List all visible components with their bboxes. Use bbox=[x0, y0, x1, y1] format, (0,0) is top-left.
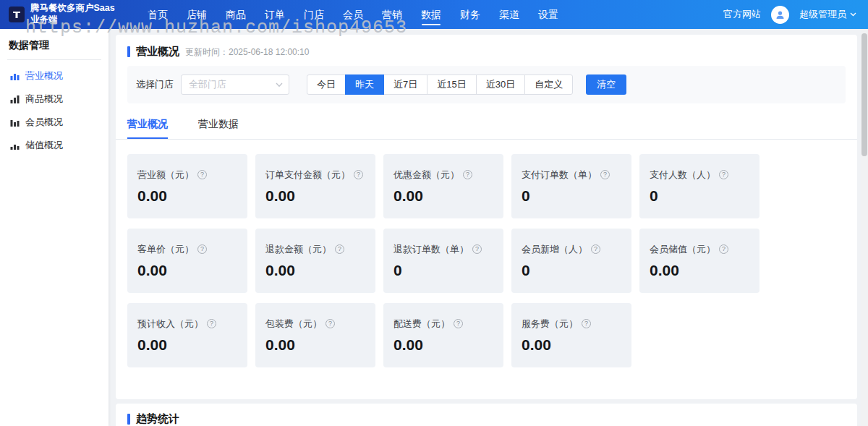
nav-item-finance[interactable]: 财务 bbox=[456, 0, 485, 29]
trend-stats-panel: 趋势统计 bbox=[116, 404, 857, 426]
stat-card-paying-customers: 支付人数（人）? 0 bbox=[639, 154, 760, 218]
section-accent-bar bbox=[127, 414, 130, 425]
date-btn-15days[interactable]: 近15日 bbox=[427, 74, 476, 95]
user-menu[interactable]: 超级管理员 bbox=[799, 8, 856, 21]
nav-item-channels[interactable]: 渠道 bbox=[495, 0, 524, 29]
date-btn-custom[interactable]: 自定义 bbox=[524, 74, 573, 95]
store-select[interactable]: 全部门店 bbox=[181, 74, 289, 95]
stat-value: 0.00 bbox=[137, 187, 237, 205]
stat-card-avg-order-value: 客单价（元）? 0.00 bbox=[127, 229, 247, 293]
update-time: 更新时间：2025-06-18 12:00:10 bbox=[185, 46, 309, 59]
app-title: 腾马餐饮多商户Saas业务端 bbox=[30, 3, 123, 25]
nav-item-goods[interactable]: 商品 bbox=[221, 0, 250, 29]
nav-item-home[interactable]: 首页 bbox=[143, 0, 172, 29]
help-icon[interactable]: ? bbox=[463, 170, 472, 179]
stat-value: 0.00 bbox=[265, 262, 365, 279]
help-icon[interactable]: ? bbox=[335, 244, 344, 254]
user-avatar[interactable] bbox=[771, 6, 789, 24]
help-icon[interactable]: ? bbox=[326, 319, 335, 328]
date-btn-30days[interactable]: 近30日 bbox=[476, 74, 525, 95]
stat-card-revenue: 营业额（元）? 0.00 bbox=[127, 154, 247, 218]
help-icon[interactable]: ? bbox=[197, 244, 207, 254]
overview-tabs: 营业概况 营业数据 bbox=[116, 118, 857, 140]
section-header: 营业概况 更新时间：2025-06-18 12:00:10 bbox=[116, 35, 857, 59]
sidebar: 数据管理 营业概况 商品概况 会员概况 储值概况 bbox=[0, 29, 109, 426]
help-icon[interactable]: ? bbox=[591, 244, 600, 254]
help-icon[interactable]: ? bbox=[600, 170, 610, 179]
nav-item-orders[interactable]: 订单 bbox=[260, 0, 289, 29]
stat-card-member-stored-value: 会员储值（元）? 0.00 bbox=[639, 229, 760, 293]
help-icon[interactable]: ? bbox=[354, 170, 363, 179]
nav-item-shop[interactable]: 店铺 bbox=[182, 0, 211, 29]
stat-value: 0.00 bbox=[650, 262, 749, 279]
stat-value: 0.00 bbox=[137, 262, 237, 279]
sidebar-item-storedvalue-overview[interactable]: 储值概况 bbox=[0, 134, 109, 157]
stats-grid: 营业额（元）? 0.00 订单支付金额（元）? 0.00 优惠金额（元）? 0.… bbox=[127, 154, 846, 367]
store-select-label: 选择门店 bbox=[136, 78, 174, 91]
stat-card-expected-income: 预计收入（元）? 0.00 bbox=[127, 303, 247, 367]
stat-card-paid-orders: 支付订单数（单）? 0 bbox=[511, 154, 631, 218]
nav-item-data[interactable]: 数据 bbox=[417, 0, 446, 29]
sidebar-item-goods-overview[interactable]: 商品概况 bbox=[0, 88, 109, 111]
sidebar-item-member-overview[interactable]: 会员概况 bbox=[0, 111, 109, 134]
date-btn-yesterday[interactable]: 昨天 bbox=[345, 74, 384, 95]
stat-value: 0.00 bbox=[265, 187, 365, 205]
stat-card-order-paid-amount: 订单支付金额（元）? 0.00 bbox=[255, 154, 375, 218]
sidebar-title: 数据管理 bbox=[0, 29, 109, 59]
date-range-group: 今日 昨天 近7日 近15日 近30日 自定义 bbox=[307, 74, 573, 95]
stat-value: 0.00 bbox=[265, 336, 365, 354]
help-icon[interactable]: ? bbox=[472, 244, 482, 254]
clear-button[interactable]: 清空 bbox=[586, 74, 626, 95]
stat-value: 0.00 bbox=[522, 336, 621, 354]
chevron-down-icon bbox=[850, 12, 856, 17]
help-icon[interactable]: ? bbox=[719, 244, 728, 254]
user-icon bbox=[775, 9, 786, 20]
trend-section-header: 趋势统计 bbox=[116, 404, 857, 426]
stat-value: 0 bbox=[650, 187, 749, 205]
help-icon[interactable]: ? bbox=[454, 319, 463, 328]
bar-chart-icon bbox=[10, 72, 20, 81]
filter-bar: 选择门店 全部门店 今日 昨天 近7日 近15日 近30日 自定义 清空 bbox=[127, 66, 846, 103]
stat-card-new-members: 会员新增（人）? 0 bbox=[511, 229, 631, 293]
navbar-right: 官方网站 超级管理员 bbox=[723, 6, 868, 24]
stat-card-refund-amount: 退款金额（元）? 0.00 bbox=[255, 229, 375, 293]
bar-chart-icon bbox=[10, 141, 20, 150]
business-overview-panel: 营业概况 更新时间：2025-06-18 12:00:10 选择门店 全部门店 … bbox=[116, 35, 857, 399]
stat-card-discount-amount: 优惠金额（元）? 0.00 bbox=[383, 154, 503, 218]
stat-value: 0.00 bbox=[393, 336, 493, 354]
help-icon[interactable]: ? bbox=[207, 319, 216, 328]
stat-card-packaging-fee: 包装费（元）? 0.00 bbox=[255, 303, 375, 367]
date-btn-7days[interactable]: 近7日 bbox=[383, 74, 427, 95]
main-nav: 首页 店铺 商品 订单 门店 会员 营销 数据 财务 渠道 设置 bbox=[143, 0, 563, 29]
tab-business-overview[interactable]: 营业概况 bbox=[127, 118, 168, 139]
nav-item-stores[interactable]: 门店 bbox=[299, 0, 328, 29]
sidebar-divider bbox=[7, 59, 101, 60]
stat-value: 0 bbox=[522, 187, 621, 205]
stat-value: 0.00 bbox=[137, 336, 237, 354]
stat-card-refund-orders: 退款订单数（单）? 0 bbox=[383, 229, 503, 293]
scrollbar-thumb[interactable] bbox=[861, 33, 867, 156]
help-icon[interactable]: ? bbox=[719, 170, 728, 179]
official-site-link[interactable]: 官方网站 bbox=[723, 8, 761, 21]
tab-business-data[interactable]: 营业数据 bbox=[198, 118, 239, 139]
section-accent-bar bbox=[127, 46, 130, 57]
bar-chart-icon bbox=[10, 95, 20, 104]
bar-chart-icon bbox=[10, 118, 20, 127]
chevron-down-icon bbox=[276, 82, 283, 88]
sidebar-item-business-overview[interactable]: 营业概况 bbox=[0, 64, 109, 88]
stat-card-service-fee: 服务费（元）? 0.00 bbox=[511, 303, 631, 367]
stat-value: 0 bbox=[393, 262, 493, 279]
stat-value: 0 bbox=[522, 262, 621, 279]
date-btn-today[interactable]: 今日 bbox=[307, 74, 346, 95]
app-logo-icon bbox=[9, 7, 25, 22]
nav-item-members[interactable]: 会员 bbox=[339, 0, 367, 29]
top-navbar: 腾马餐饮多商户Saas业务端 首页 店铺 商品 订单 门店 会员 营销 数据 财… bbox=[0, 0, 868, 29]
stat-value: 0.00 bbox=[393, 187, 493, 205]
help-icon[interactable]: ? bbox=[582, 319, 591, 328]
section-title: 营业概况 bbox=[136, 45, 179, 59]
nav-item-settings[interactable]: 设置 bbox=[534, 0, 563, 29]
help-icon[interactable]: ? bbox=[197, 170, 207, 179]
trend-section-title: 趋势统计 bbox=[136, 412, 179, 426]
nav-item-marketing[interactable]: 营销 bbox=[378, 0, 407, 29]
stat-card-delivery-fee: 配送费（元）? 0.00 bbox=[383, 303, 503, 367]
